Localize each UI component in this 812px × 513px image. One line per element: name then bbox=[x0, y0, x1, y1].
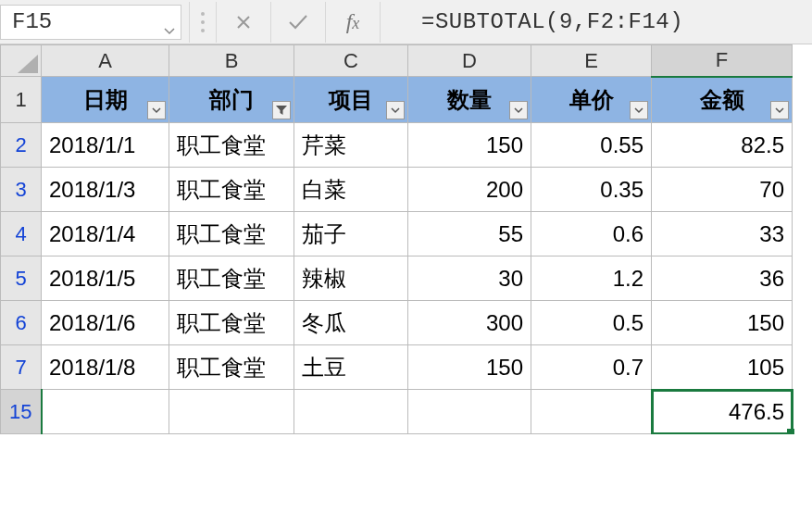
filter-active-icon[interactable] bbox=[272, 101, 291, 119]
cell[interactable]: 300 bbox=[408, 301, 531, 345]
row-header[interactable]: 2 bbox=[1, 123, 42, 168]
header-cell-qty[interactable]: 数量 bbox=[408, 77, 531, 123]
separator bbox=[270, 2, 271, 43]
filter-dropdown-icon[interactable] bbox=[770, 101, 789, 119]
filter-dropdown-icon[interactable] bbox=[509, 101, 528, 119]
header-cell-item[interactable]: 项目 bbox=[294, 77, 408, 123]
filter-dropdown-icon[interactable] bbox=[147, 101, 166, 119]
fx-icon: fx bbox=[346, 9, 360, 34]
spreadsheet-grid: A B C D E F 1 日期 部门 项目 数量 单价 金额 bbox=[0, 44, 812, 434]
cell[interactable]: 茄子 bbox=[294, 212, 408, 256]
table-header-row: 1 日期 部门 项目 数量 单价 金额 bbox=[1, 77, 793, 123]
row-header[interactable]: 4 bbox=[1, 212, 42, 256]
column-header-B[interactable]: B bbox=[169, 45, 294, 77]
cell[interactable]: 55 bbox=[408, 212, 531, 256]
cell[interactable] bbox=[42, 390, 169, 434]
separator bbox=[216, 2, 217, 43]
cell[interactable]: 36 bbox=[652, 256, 793, 301]
cell[interactable]: 2018/1/6 bbox=[42, 301, 169, 345]
cell[interactable]: 职工食堂 bbox=[169, 168, 294, 212]
name-box[interactable]: F15 bbox=[0, 5, 181, 40]
row-header[interactable]: 15 bbox=[1, 390, 42, 434]
cell[interactable]: 105 bbox=[652, 345, 793, 390]
select-all-button[interactable] bbox=[1, 45, 42, 77]
separator bbox=[380, 2, 381, 43]
cell[interactable]: 70 bbox=[652, 168, 793, 212]
header-label: 数量 bbox=[416, 85, 523, 115]
header-cell-amount[interactable]: 金额 bbox=[652, 77, 793, 123]
header-cell-date[interactable]: 日期 bbox=[42, 77, 169, 123]
confirm-button[interactable] bbox=[275, 0, 321, 44]
column-header-A[interactable]: A bbox=[42, 45, 169, 77]
cell[interactable]: 150 bbox=[652, 301, 793, 345]
cell[interactable]: 冬瓜 bbox=[294, 301, 408, 345]
cell[interactable]: 0.55 bbox=[531, 123, 652, 168]
table-row: 4 2018/1/4 职工食堂 茄子 55 0.6 33 bbox=[1, 212, 793, 256]
filter-dropdown-icon[interactable] bbox=[386, 101, 405, 119]
row-header[interactable]: 6 bbox=[1, 301, 42, 345]
cell[interactable]: 200 bbox=[408, 168, 531, 212]
row-header[interactable]: 1 bbox=[1, 77, 42, 123]
cell[interactable]: 2018/1/5 bbox=[42, 256, 169, 301]
cell[interactable]: 职工食堂 bbox=[169, 345, 294, 390]
cell[interactable]: 职工食堂 bbox=[169, 256, 294, 301]
cell[interactable]: 职工食堂 bbox=[169, 212, 294, 256]
cell[interactable] bbox=[531, 390, 652, 434]
selected-cell[interactable]: 476.5 bbox=[652, 390, 793, 434]
table-row: 7 2018/1/8 职工食堂 土豆 150 0.7 105 bbox=[1, 345, 793, 390]
cell[interactable]: 职工食堂 bbox=[169, 123, 294, 168]
cell[interactable]: 土豆 bbox=[294, 345, 408, 390]
cell[interactable]: 0.5 bbox=[531, 301, 652, 345]
cell[interactable]: 1.2 bbox=[531, 256, 652, 301]
cell[interactable] bbox=[294, 390, 408, 434]
table-row: 3 2018/1/3 职工食堂 白菜 200 0.35 70 bbox=[1, 168, 793, 212]
filter-dropdown-icon[interactable] bbox=[630, 101, 648, 119]
cell[interactable]: 芹菜 bbox=[294, 123, 408, 168]
cell[interactable]: 职工食堂 bbox=[169, 301, 294, 345]
row-header[interactable]: 7 bbox=[1, 345, 42, 390]
row-header[interactable]: 3 bbox=[1, 168, 42, 212]
column-headers: A B C D E F bbox=[1, 45, 793, 77]
name-box-dropdown-icon[interactable] bbox=[164, 17, 175, 42]
separator bbox=[189, 2, 190, 43]
cancel-button[interactable] bbox=[220, 0, 267, 44]
row-header[interactable]: 5 bbox=[1, 256, 42, 301]
cell[interactable]: 2018/1/1 bbox=[42, 123, 169, 168]
cell[interactable]: 150 bbox=[408, 123, 531, 168]
insert-function-button[interactable]: fx bbox=[330, 0, 376, 44]
table-row: 2 2018/1/1 职工食堂 芹菜 150 0.55 82.5 bbox=[1, 123, 793, 168]
cell[interactable]: 82.5 bbox=[652, 123, 793, 168]
cell[interactable]: 33 bbox=[652, 212, 793, 256]
header-cell-dept[interactable]: 部门 bbox=[169, 77, 294, 123]
header-cell-price[interactable]: 单价 bbox=[531, 77, 652, 123]
cell[interactable]: 白菜 bbox=[294, 168, 408, 212]
formula-bar: F15 fx =SUBTOTAL(9,F2:F14) bbox=[0, 0, 812, 44]
header-label: 日期 bbox=[49, 85, 161, 115]
cell[interactable]: 2018/1/3 bbox=[42, 168, 169, 212]
cell[interactable]: 0.6 bbox=[531, 212, 652, 256]
cell[interactable]: 2018/1/4 bbox=[42, 212, 169, 256]
column-header-F[interactable]: F bbox=[652, 45, 793, 77]
cell[interactable]: 150 bbox=[408, 345, 531, 390]
expand-handle-icon[interactable] bbox=[194, 12, 212, 32]
cell[interactable]: 30 bbox=[408, 256, 531, 301]
cell[interactable]: 辣椒 bbox=[294, 256, 408, 301]
separator bbox=[325, 2, 326, 43]
cell[interactable]: 0.35 bbox=[531, 168, 652, 212]
cell[interactable]: 2018/1/8 bbox=[42, 345, 169, 390]
cell-reference: F15 bbox=[12, 9, 52, 34]
column-header-C[interactable]: C bbox=[294, 45, 408, 77]
header-label: 单价 bbox=[539, 85, 643, 115]
column-header-D[interactable]: D bbox=[408, 45, 531, 77]
formula-input[interactable]: =SUBTOTAL(9,F2:F14) bbox=[384, 9, 683, 34]
totals-row: 15 476.5 bbox=[1, 390, 793, 434]
header-label: 部门 bbox=[177, 85, 286, 115]
table-row: 6 2018/1/6 职工食堂 冬瓜 300 0.5 150 bbox=[1, 301, 793, 345]
column-header-E[interactable]: E bbox=[531, 45, 652, 77]
table-row: 5 2018/1/5 职工食堂 辣椒 30 1.2 36 bbox=[1, 256, 793, 301]
cell[interactable]: 0.7 bbox=[531, 345, 652, 390]
cell[interactable] bbox=[169, 390, 294, 434]
cell[interactable] bbox=[408, 390, 531, 434]
header-label: 金额 bbox=[659, 85, 784, 115]
